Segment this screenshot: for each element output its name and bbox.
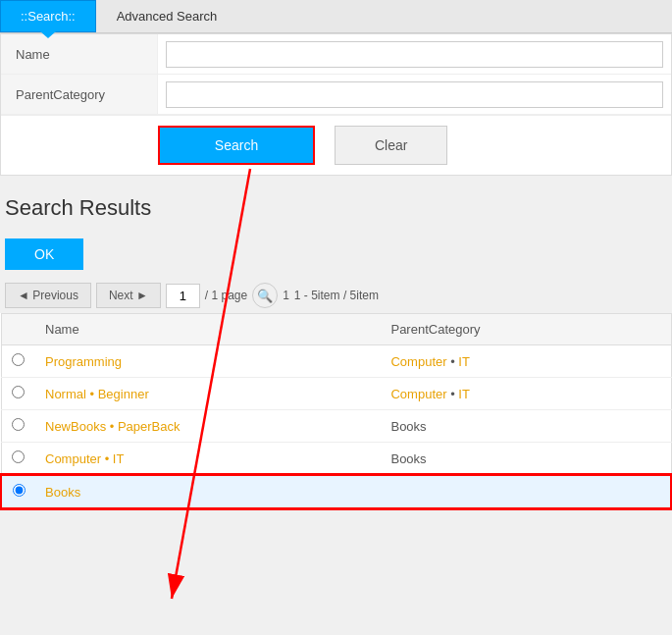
parent-row: ParentCategory: [1, 75, 671, 115]
table-row-selected[interactable]: Books: [1, 475, 671, 508]
row-radio[interactable]: [1, 378, 35, 410]
search-button[interactable]: Search: [158, 126, 315, 165]
col-name-header: Name: [35, 314, 381, 345]
row-radio[interactable]: [1, 475, 35, 508]
search-results-section: Search Results OK ◄ Previous Next ► / 1 …: [0, 176, 672, 509]
row-extra: [625, 475, 671, 508]
page-input[interactable]: [166, 284, 200, 308]
row-parent: Computer • IT: [381, 378, 625, 410]
row-radio[interactable]: [1, 443, 35, 476]
ok-button[interactable]: OK: [5, 238, 83, 270]
prev-button[interactable]: ◄ Previous: [5, 283, 91, 308]
page-wrapper: ::Search:: Advanced Search Name ParentCa…: [0, 0, 672, 509]
row-radio[interactable]: [1, 345, 35, 378]
tab-advanced-search-label: Advanced Search: [117, 9, 218, 24]
pagination-bar: ◄ Previous Next ► / 1 page 🔍 1 1 - 5item…: [0, 278, 672, 313]
name-input-wrapper: [158, 35, 671, 74]
row-name: Books: [35, 475, 381, 508]
row-extra: [625, 378, 671, 410]
row-name: NewBooks • PaperBack: [35, 410, 381, 443]
col-radio: [1, 314, 35, 345]
next-button[interactable]: Next ►: [96, 283, 161, 308]
tabs-bar: ::Search:: Advanced Search: [0, 0, 672, 33]
row-name: Normal • Beginner: [35, 378, 381, 410]
clear-button[interactable]: Clear: [335, 126, 447, 165]
search-icon-button[interactable]: 🔍: [252, 283, 278, 308]
row-extra: [625, 443, 671, 476]
tab-search[interactable]: ::Search::: [0, 0, 96, 32]
item-count: 1 - 5item / 5item: [294, 289, 379, 302]
ok-button-wrapper: OK: [0, 231, 672, 278]
name-row: Name: [1, 34, 671, 75]
row-parent: Books: [381, 410, 625, 443]
tab-search-label: ::Search::: [21, 9, 76, 24]
parent-input-wrapper: [158, 76, 671, 114]
row-extra: [625, 410, 671, 443]
row-name: Computer • IT: [35, 443, 381, 476]
item-count-start: 1: [283, 289, 289, 302]
row-parent: Computer • IT: [381, 345, 625, 378]
table-header-row: Name ParentCategory: [1, 314, 671, 345]
form-buttons: Search Clear: [1, 115, 671, 175]
table-row[interactable]: Normal • Beginner Computer • IT: [1, 378, 671, 410]
results-title: Search Results: [0, 185, 672, 231]
parent-label: ParentCategory: [1, 75, 158, 114]
table-row[interactable]: NewBooks • PaperBack Books: [1, 410, 671, 443]
row-name: Programming: [35, 345, 381, 378]
col-extra: [625, 314, 671, 345]
table-row[interactable]: Computer • IT Books: [1, 443, 671, 476]
parent-input[interactable]: [166, 81, 663, 108]
row-parent: Books: [381, 443, 625, 476]
name-label: Name: [1, 34, 158, 74]
table-row[interactable]: Programming Computer • IT: [1, 345, 671, 378]
name-input[interactable]: [166, 41, 663, 68]
results-table: Name ParentCategory Programming Computer…: [0, 313, 672, 509]
page-total: / 1 page: [205, 289, 247, 302]
search-form: Name ParentCategory Search Clear: [0, 33, 672, 176]
tab-advanced-search[interactable]: Advanced Search: [96, 0, 238, 32]
row-radio[interactable]: [1, 410, 35, 443]
row-parent: [381, 475, 625, 508]
row-extra: [625, 345, 671, 378]
col-parent-header: ParentCategory: [381, 314, 625, 345]
